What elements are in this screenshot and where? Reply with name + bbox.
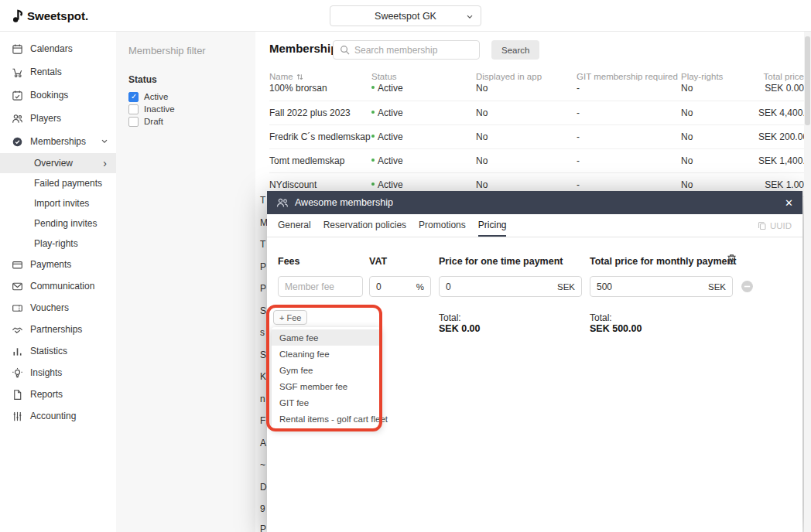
tab-pricing[interactable]: Pricing (478, 214, 507, 237)
fee-option-gym-fee[interactable]: Gym fee (272, 362, 381, 378)
sidebar-item-communication[interactable]: Communication (0, 275, 116, 297)
column-label: Name (269, 72, 293, 81)
sidebar-item-label: Calendars (30, 43, 108, 54)
mail-icon (12, 281, 23, 292)
monthly-price-input[interactable] (597, 281, 705, 292)
sidebar-subitem-import-invites[interactable]: Import invites (0, 193, 116, 213)
tab-reservation-policies[interactable]: Reservation policies (323, 214, 406, 237)
membership-name: Fall 2022 plus 2023 (269, 107, 371, 118)
add-fee-button[interactable]: + Fee (273, 310, 307, 325)
vat-input[interactable] (376, 281, 413, 292)
sidebar-item-rentals[interactable]: Rentals (0, 60, 116, 84)
membership-status: Active (371, 131, 476, 142)
play-rights: No (681, 107, 758, 118)
displayed-in-app: No (476, 155, 577, 166)
monthly-price-field[interactable]: SEK (590, 276, 733, 297)
sidebar-item-players[interactable]: Players (0, 107, 116, 130)
sidebar: Calendars Rentals Bookings Players Membe… (0, 32, 116, 532)
tab-promotions[interactable]: Promotions (419, 214, 466, 237)
member-fee-input[interactable] (285, 281, 356, 292)
filter-option-label: Draft (144, 117, 163, 126)
sidebar-item-partnerships[interactable]: Partnerships (0, 319, 116, 340)
total-price: SEK 1,400.0 (758, 155, 810, 166)
checkbox-inactive[interactable] (128, 104, 139, 114)
sidebar-item-insights[interactable]: Insights (0, 362, 116, 384)
fee-option-game-fee[interactable]: Game fee (272, 329, 381, 346)
search-button[interactable]: Search (491, 40, 539, 60)
total-price: SEK 1.00 (758, 179, 804, 190)
table-row[interactable]: 100% brorsan Active No - No SEK 0.00 (269, 84, 804, 101)
clipped-row-letter: K (260, 371, 266, 382)
delete-fee-button[interactable] (727, 254, 737, 264)
ticket-icon (12, 302, 23, 314)
vertical-scrollbar[interactable] (804, 32, 811, 532)
sidebar-item-memberships[interactable]: Memberships (0, 130, 116, 153)
filter-option-active[interactable]: Active (128, 90, 243, 103)
app-logo[interactable]: Sweetspot. (12, 0, 88, 32)
sidebar-item-payments[interactable]: Payments (0, 254, 116, 275)
vat-field[interactable]: % (369, 276, 431, 297)
membership-name: Tomt medlemskap (269, 155, 371, 166)
sidebar-subitem-failed-payments[interactable]: Failed payments (0, 173, 116, 193)
fee-option-cleaning-fee[interactable]: Cleaning fee (272, 346, 381, 362)
filter-option-draft[interactable]: Draft (128, 115, 243, 128)
club-selector[interactable]: Sweetspot GK (330, 5, 481, 26)
sidebar-item-calendars[interactable]: Calendars (0, 37, 116, 60)
membership-search[interactable] (333, 40, 480, 60)
sidebar-item-label: Payments (30, 259, 108, 270)
membership-status: Active (371, 179, 476, 190)
filter-option-inactive[interactable]: Inactive (128, 103, 243, 115)
column-header-name[interactable]: Name (269, 72, 371, 81)
cart-icon (12, 66, 23, 78)
column-header-git: GIT membership required (577, 72, 681, 81)
memberships-table: 100% brorsan Active No - No SEK 0.00 Fal… (269, 84, 804, 197)
sidebar-subitem-play-rights[interactable]: Play-rights (0, 234, 116, 254)
sidebar-item-bookings[interactable]: Bookings (0, 84, 116, 107)
fee-option-sgf-member-fee[interactable]: SGF member fee (272, 378, 381, 394)
sidebar-item-vouchers[interactable]: Vouchers (0, 297, 116, 319)
tab-general[interactable]: General (278, 214, 311, 237)
lightbulb-icon (12, 367, 23, 379)
uuid-button[interactable]: UUID (758, 214, 792, 237)
membership-status: Active (371, 155, 476, 166)
search-input[interactable] (354, 45, 473, 56)
sweetspot-logo-icon (12, 9, 23, 23)
status-text: Active (378, 84, 403, 94)
sidebar-subitem-overview[interactable]: Overview › (0, 153, 116, 173)
play-rights: No (681, 155, 758, 166)
table-row[interactable]: Tomt medlemskap Active No - No SEK 1,400… (269, 149, 804, 173)
sidebar-item-reports[interactable]: Reports (0, 384, 116, 405)
sidebar-item-label: Accounting (30, 411, 108, 421)
sidebar-item-accounting[interactable]: Accounting (0, 405, 116, 427)
topbar: Sweetspot. Sweetspot GK (0, 0, 811, 32)
sidebar-item-label: Communication (30, 281, 108, 292)
close-button[interactable]: ✕ (785, 197, 793, 209)
clipped-row-letter: F (260, 415, 265, 426)
fee-option-rental-items[interactable]: Rental items - golf cart fleet (272, 411, 381, 427)
table-header: Name Status Displayed in app GIT members… (269, 72, 804, 81)
clipped-row-letter: A (260, 438, 266, 448)
table-row[interactable]: Fall 2022 plus 2023 Active No - No SEK 4… (269, 101, 804, 125)
sidebar-subitem-label: Play-rights (34, 238, 78, 249)
clipped-row-letter: n (260, 394, 265, 404)
checkbox-draft[interactable] (128, 117, 139, 127)
member-fee-field[interactable] (278, 276, 363, 297)
monthly-total-label: Total: (590, 312, 612, 323)
handshake-icon (12, 324, 23, 336)
bar-chart-icon (12, 346, 23, 357)
modal-title: Awesome membership (295, 197, 393, 208)
fee-option-git-fee[interactable]: GIT fee (272, 394, 381, 411)
one-time-price-input[interactable] (446, 281, 554, 292)
app-window: Sweetspot. Sweetspot GK Calendars Rental… (0, 0, 811, 532)
remove-row-button[interactable] (741, 280, 754, 293)
sidebar-subitem-label: Failed payments (34, 178, 102, 189)
checkbox-active[interactable] (128, 92, 139, 102)
scrollbar-thumb[interactable] (805, 36, 810, 125)
one-time-price-field[interactable]: SEK (439, 276, 582, 297)
displayed-in-app: No (476, 107, 577, 118)
sidebar-item-statistics[interactable]: Statistics (0, 340, 116, 362)
table-row[interactable]: Fredrik C´s medlemskap Active No - No SE… (269, 125, 804, 149)
sidebar-subitem-pending-invites[interactable]: Pending invites (0, 213, 116, 234)
sidebar-item-label: Vouchers (30, 302, 108, 313)
badge-check-icon (12, 136, 23, 148)
